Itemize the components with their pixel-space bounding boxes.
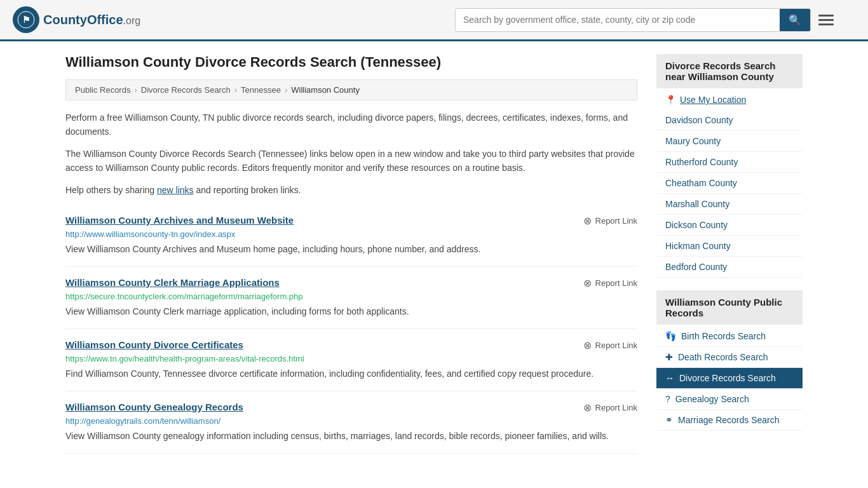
new-links-link[interactable]: new links bbox=[157, 185, 194, 195]
sidebar-item-maury[interactable]: Maury County bbox=[656, 131, 803, 152]
description-para1: Perform a free Williamson County, TN pub… bbox=[65, 111, 637, 139]
logo-icon: ⚑ bbox=[13, 6, 39, 33]
sidebar-item-divorce-records[interactable]: ↔ Divorce Records Search bbox=[656, 368, 803, 389]
marriage-icon: ⚭ bbox=[665, 415, 673, 425]
report-icon: ⊗ bbox=[583, 339, 592, 351]
sidebar-item-bedford[interactable]: Bedford County bbox=[656, 257, 803, 278]
birth-icon: 👣 bbox=[665, 331, 676, 341]
location-icon: 📍 bbox=[665, 95, 676, 105]
link-url[interactable]: https://www.tn.gov/health/health-program… bbox=[65, 354, 637, 363]
sidebar-item-cheatham[interactable]: Cheatham County bbox=[656, 173, 803, 194]
link-desc: View Williamson County Clerk marriage ap… bbox=[65, 305, 637, 318]
report-icon: ⊗ bbox=[583, 277, 592, 289]
search-box: 🔍 bbox=[455, 8, 811, 32]
list-item: Williamson County Clerk Marriage Applica… bbox=[65, 267, 637, 329]
sidebar-item-marriage-records[interactable]: ⚭ Marriage Records Search bbox=[656, 410, 803, 431]
use-location[interactable]: 📍 Use My Location bbox=[656, 90, 803, 110]
breadcrumb-tennessee[interactable]: Tennessee bbox=[241, 85, 281, 95]
report-icon: ⊗ bbox=[583, 402, 592, 414]
sidebar-item-rutherford[interactable]: Rutherford County bbox=[656, 152, 803, 173]
page-title: Williamson County Divorce Records Search… bbox=[65, 54, 637, 71]
sidebar-item-dickson[interactable]: Dickson County bbox=[656, 215, 803, 236]
breadcrumb-public-records[interactable]: Public Records bbox=[75, 85, 130, 95]
svg-text:⚑: ⚑ bbox=[22, 15, 31, 25]
sidebar-item-death-records[interactable]: ✚ Death Records Search bbox=[656, 347, 803, 368]
content-area: Williamson County Divorce Records Search… bbox=[65, 54, 637, 454]
sidebar-item-birth-records[interactable]: 👣 Birth Records Search bbox=[656, 326, 803, 347]
report-link[interactable]: ⊗ Report Link bbox=[583, 339, 637, 351]
logo-area: ⚑ CountyOffice.org bbox=[13, 6, 140, 33]
sidebar-item-davidson[interactable]: Davidson County bbox=[656, 110, 803, 131]
search-input[interactable] bbox=[456, 9, 780, 31]
link-url[interactable]: https://secure.tncountyclerk.com/marriag… bbox=[65, 292, 637, 301]
genealogy-icon: ? bbox=[665, 394, 670, 404]
divorce-icon: ↔ bbox=[665, 373, 674, 383]
list-item: Williamson County Divorce Certificates ⊗… bbox=[65, 329, 637, 391]
link-url[interactable]: http://www.williamsoncounty-tn.gov/index… bbox=[65, 229, 637, 239]
link-title[interactable]: Williamson County Genealogy Records bbox=[65, 402, 243, 412]
sidebar-public-records-header: Williamson County Public Records bbox=[656, 290, 803, 325]
link-desc: View Williamson County Archives and Muse… bbox=[65, 243, 637, 256]
death-icon: ✚ bbox=[665, 352, 673, 362]
logo-text: CountyOffice.org bbox=[43, 13, 140, 27]
list-item: Williamson County Archives and Museum We… bbox=[65, 205, 637, 267]
report-icon: ⊗ bbox=[583, 215, 592, 227]
sidebar: Divorce Records Search near Williamson C… bbox=[656, 54, 803, 454]
link-title[interactable]: Williamson County Archives and Museum We… bbox=[65, 215, 294, 226]
search-area: 🔍 bbox=[455, 8, 836, 32]
sidebar-public-records-section: Williamson County Public Records 👣 Birth… bbox=[656, 290, 803, 431]
link-desc: View Williamson County genealogy informa… bbox=[65, 430, 637, 443]
search-button[interactable]: 🔍 bbox=[780, 9, 810, 31]
main-container: Williamson County Divorce Records Search… bbox=[53, 41, 815, 466]
breadcrumb-current: Williamson County bbox=[291, 85, 360, 95]
sidebar-item-marshall[interactable]: Marshall County bbox=[656, 194, 803, 215]
link-desc: Find Williamson County, Tennessee divorc… bbox=[65, 367, 637, 381]
report-link[interactable]: ⊗ Report Link bbox=[583, 215, 637, 227]
breadcrumb-divorce-records-search[interactable]: Divorce Records Search bbox=[141, 85, 231, 95]
sidebar-nearby-section: Divorce Records Search near Williamson C… bbox=[656, 54, 803, 278]
list-item: Williamson County Genealogy Records ⊗ Re… bbox=[65, 391, 637, 454]
description-para2: The Williamson County Divorce Records Se… bbox=[65, 147, 637, 175]
links-list: Williamson County Archives and Museum We… bbox=[65, 205, 637, 454]
sidebar-nearby-header: Divorce Records Search near Williamson C… bbox=[656, 54, 803, 88]
menu-button[interactable] bbox=[816, 12, 836, 28]
report-link[interactable]: ⊗ Report Link bbox=[583, 277, 637, 289]
description-para3: Help others by sharing new links and rep… bbox=[65, 183, 637, 197]
link-url[interactable]: http://genealogytrails.com/tenn/williams… bbox=[65, 416, 637, 426]
use-location-link[interactable]: Use My Location bbox=[680, 95, 746, 105]
breadcrumb: Public Records › Divorce Records Search … bbox=[65, 79, 637, 100]
sidebar-item-hickman[interactable]: Hickman County bbox=[656, 236, 803, 257]
link-title[interactable]: Williamson County Clerk Marriage Applica… bbox=[65, 277, 280, 288]
link-title[interactable]: Williamson County Divorce Certificates bbox=[65, 339, 243, 350]
report-link[interactable]: ⊗ Report Link bbox=[583, 402, 637, 414]
header: ⚑ CountyOffice.org 🔍 bbox=[0, 0, 868, 41]
sidebar-item-genealogy[interactable]: ? Genealogy Search bbox=[656, 389, 803, 410]
